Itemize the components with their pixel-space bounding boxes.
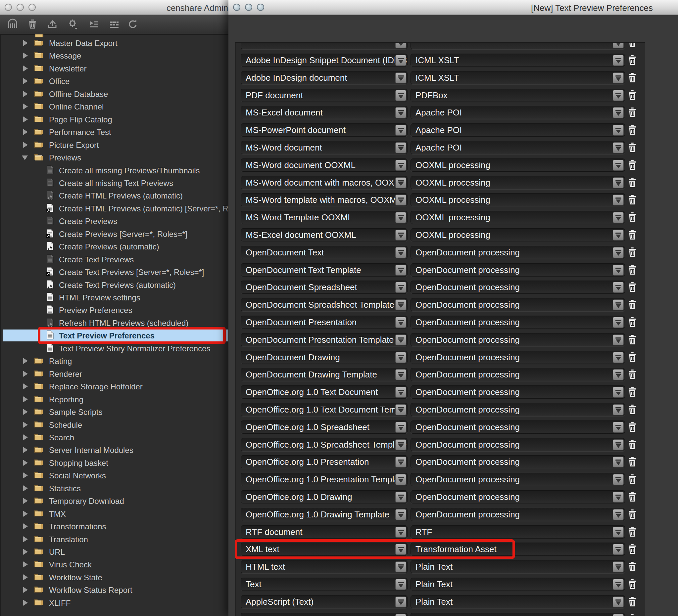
admin-titlebar[interactable]: censhare Admin- (0, 0, 232, 15)
dropdown-arrow-icon[interactable] (395, 142, 406, 153)
dropdown-arrow-icon[interactable] (613, 352, 624, 363)
processor-dropdown[interactable]: Apache POI (411, 106, 625, 119)
upload-icon[interactable] (47, 18, 59, 31)
expand-triangle-icon[interactable] (23, 485, 28, 491)
dropdown-arrow-icon[interactable] (613, 509, 624, 520)
delete-row-trash-icon[interactable] (627, 509, 638, 520)
asset-type-dropdown[interactable]: Adobe InDesign document (241, 71, 408, 84)
dropdown-arrow-icon[interactable] (613, 387, 624, 398)
processor-dropdown[interactable]: OpenDocument processing (411, 316, 625, 329)
zoom-button[interactable] (257, 4, 264, 11)
collapse-triangle-icon[interactable] (22, 156, 28, 160)
tree-item-newsletter[interactable]: Newsletter (0, 63, 232, 74)
tree-item-temporary-download[interactable]: Temporary Download (0, 496, 232, 506)
preferences-titlebar[interactable]: [New] Text Preview Preferences (228, 0, 678, 15)
tree-item-create-previews[interactable]: Create Previews (0, 216, 232, 226)
dropdown-arrow-icon[interactable] (395, 55, 406, 66)
delete-row-trash-icon[interactable] (627, 159, 638, 171)
dropdown-arrow-icon[interactable] (613, 160, 624, 171)
delete-row-trash-icon[interactable] (627, 561, 638, 572)
dropdown-arrow-icon[interactable] (613, 439, 624, 450)
delete-row-trash-icon[interactable] (627, 456, 638, 467)
dropdown-arrow-icon[interactable] (613, 230, 624, 241)
refresh-icon[interactable] (127, 18, 139, 31)
processor-dropdown[interactable]: OpenDocument processing (411, 455, 625, 468)
dropdown-arrow-icon[interactable] (613, 369, 624, 380)
asset-type-dropdown[interactable]: MS-Excel document (241, 106, 408, 119)
minimize-button[interactable] (16, 4, 24, 11)
asset-type-dropdown[interactable]: OpenDocument Presentation Template (241, 333, 408, 346)
asset-type-dropdown[interactable]: OpenOffice.org 1.0 Drawing Template (241, 508, 408, 521)
asset-type-dropdown[interactable]: MS-Word Template OOXML (241, 211, 408, 224)
dropdown-arrow-icon[interactable] (395, 439, 406, 450)
asset-type-dropdown[interactable]: OpenDocument Spreadsheet Template (241, 298, 408, 311)
expand-triangle-icon[interactable] (23, 91, 28, 97)
expand-triangle-icon[interactable] (23, 562, 28, 567)
asset-type-dropdown[interactable]: HTML text (241, 560, 408, 573)
delete-row-trash-icon[interactable] (627, 614, 638, 616)
expand-triangle-icon[interactable] (23, 383, 28, 389)
tree-item-transformations[interactable]: Transformations (0, 521, 232, 532)
asset-type-dropdown[interactable]: OpenOffice.org 1.0 Text Document Tem... (241, 403, 408, 416)
asset-type-dropdown[interactable]: OpenDocument Text Template (241, 263, 408, 277)
expand-triangle-icon[interactable] (23, 53, 28, 58)
processor-dropdown[interactable]: ICML XSLT (411, 71, 625, 84)
delete-row-trash-icon[interactable] (627, 352, 638, 363)
delete-row-trash-icon[interactable] (627, 474, 638, 485)
tree-item-server-internal-modules[interactable]: Server Internal Modules (0, 445, 232, 455)
processor-dropdown[interactable]: Plain Text (411, 595, 625, 608)
dropdown-arrow-icon[interactable] (613, 212, 624, 223)
dropdown-arrow-icon[interactable] (613, 90, 624, 101)
dropdown-arrow-icon[interactable] (613, 42, 624, 48)
asset-type-dropdown[interactable]: OpenDocument Drawing (241, 351, 408, 364)
processor-dropdown[interactable]: OpenDocument processing (411, 351, 625, 364)
expand-triangle-icon[interactable] (23, 460, 28, 466)
processor-dropdown[interactable] (411, 613, 625, 616)
tree-item-workflow-status-report[interactable]: Workflow Status Report (0, 584, 232, 595)
processor-dropdown[interactable]: OpenDocument processing (411, 403, 625, 416)
delete-row-trash-icon[interactable] (627, 491, 638, 502)
asset-type-dropdown[interactable]: MS-Word document OOXML (241, 159, 408, 172)
dropdown-arrow-icon[interactable] (395, 317, 406, 328)
close-button[interactable] (5, 4, 12, 11)
dropdown-arrow-icon[interactable] (395, 230, 406, 241)
processor-dropdown[interactable]: OOXML processing (411, 211, 625, 224)
delete-row-trash-icon[interactable] (627, 72, 638, 83)
zoom-button[interactable] (29, 4, 36, 11)
tree-item-sample-scripts[interactable]: Sample Scripts (0, 407, 232, 417)
processor-dropdown[interactable]: OpenDocument processing (411, 368, 625, 381)
expand-triangle-icon[interactable] (23, 104, 28, 110)
expand-triangle-icon[interactable] (23, 409, 28, 415)
delete-row-trash-icon[interactable] (627, 526, 638, 538)
delete-row-trash-icon[interactable] (627, 543, 638, 555)
expand-triangle-icon[interactable] (23, 358, 28, 364)
expand-triangle-icon[interactable] (23, 129, 28, 135)
tree-item-create-html-previews-automatic[interactable]: Create HTML Previews (automatic) (0, 190, 232, 201)
processor-dropdown[interactable] (411, 42, 625, 49)
tree-item-shopping-basket[interactable]: Shopping basket (0, 457, 232, 468)
processor-dropdown[interactable]: OpenDocument processing (411, 333, 625, 346)
delete-row-trash-icon[interactable] (627, 386, 638, 398)
tree-item-replace-storage-hotfolder[interactable]: Replace Storage Hotfolder (0, 381, 232, 392)
delete-row-trash-icon[interactable] (627, 264, 638, 276)
dropdown-arrow-icon[interactable] (613, 107, 624, 118)
delete-row-trash-icon[interactable] (627, 596, 638, 607)
delete-row-trash-icon[interactable] (627, 212, 638, 223)
delete-row-trash-icon[interactable] (627, 247, 638, 258)
dropdown-arrow-icon[interactable] (613, 73, 624, 83)
dropdown-arrow-icon[interactable] (395, 474, 406, 485)
dropdown-arrow-icon[interactable] (613, 544, 624, 555)
expand-triangle-icon[interactable] (23, 396, 28, 402)
dropdown-arrow-icon[interactable] (613, 457, 624, 467)
tree-item-statistics[interactable]: Statistics (0, 483, 232, 494)
dropdown-arrow-icon[interactable] (613, 334, 624, 345)
tree-item-offline-database[interactable]: Offline Database (0, 89, 232, 99)
expand-triangle-icon[interactable] (23, 574, 28, 580)
asset-type-dropdown[interactable]: OpenOffice.org 1.0 Text Document (241, 385, 408, 399)
asset-type-dropdown[interactable]: OpenOffice.org 1.0 Presentation (241, 455, 408, 468)
asset-type-dropdown[interactable] (241, 42, 408, 49)
processor-dropdown[interactable]: RTF (411, 525, 625, 539)
delete-row-trash-icon[interactable] (627, 404, 638, 415)
expand-triangle-icon[interactable] (23, 422, 28, 428)
processor-dropdown[interactable]: Apache POI (411, 123, 625, 137)
